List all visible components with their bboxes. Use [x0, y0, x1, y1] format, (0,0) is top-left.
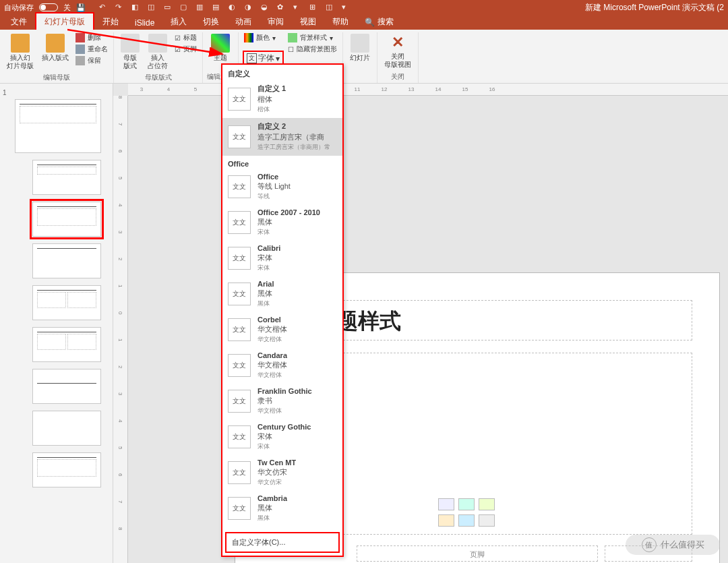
thumbnail-master[interactable]: [15, 99, 101, 153]
font-theme-item[interactable]: 文文Office等线 Light等线: [222, 169, 342, 205]
ribbon-group-close: ✕关闭 母版视图 关闭: [377, 32, 419, 83]
tab-search[interactable]: 🔍搜索: [357, 13, 402, 30]
smartart-icon[interactable]: [479, 498, 495, 510]
font-theme-item[interactable]: 文文自定义 2造字工房言宋（非商造字工房言宋（非商用）常: [222, 118, 342, 156]
font-major: 造字工房言宋（非商: [257, 132, 330, 142]
tab-transitions[interactable]: 切换: [195, 13, 227, 30]
rename-button[interactable]: 重命名: [74, 44, 109, 55]
qat-icon[interactable]: ▾: [293, 3, 303, 12]
close-icon: ✕: [392, 34, 404, 51]
picture-icon[interactable]: [438, 514, 454, 527]
tab-insert[interactable]: 插入: [162, 13, 195, 30]
qat-icon[interactable]: ◐: [229, 3, 238, 12]
qat-icon[interactable]: ▭: [164, 3, 173, 12]
font-theme-item[interactable]: 文文Tw Cen MT华文仿宋华文仿宋: [222, 455, 342, 491]
font-theme-item[interactable]: 文文Office 2007 - 2010黑体宋体: [222, 205, 342, 241]
save-icon[interactable]: 💾: [76, 3, 86, 12]
font-theme-item[interactable]: 文文自定义 1楷体楷体: [222, 80, 342, 118]
font-name: Office 2007 - 2010: [257, 208, 320, 216]
font-preview-icon: 文文: [228, 497, 251, 520]
table-icon[interactable]: [438, 498, 454, 510]
online-picture-icon[interactable]: [458, 514, 475, 527]
colors-button[interactable]: 颜色 ▾: [243, 32, 284, 43]
footer-checkbox[interactable]: ☑ 页脚: [173, 44, 198, 55]
font-theme-item[interactable]: 文文Corbel华文楷体华文楷体: [222, 312, 342, 348]
hide-background-checkbox[interactable]: ☐ 隐藏背景图形: [286, 44, 338, 55]
font-minor: 等线: [257, 192, 291, 201]
thumbnail-layout[interactable]: [32, 285, 101, 320]
undo-icon[interactable]: ↶: [99, 3, 109, 12]
font-theme-item[interactable]: 文文Candara华文楷体华文楷体: [222, 348, 342, 384]
thumbnail-layout[interactable]: [32, 369, 101, 404]
footer-placeholder[interactable]: 页脚: [357, 545, 598, 562]
title-checkbox[interactable]: ☑ 标题: [173, 32, 198, 43]
autosave-toggle[interactable]: [39, 3, 58, 11]
thumbnail-layout[interactable]: [32, 243, 101, 278]
font-theme-item[interactable]: 文文Calibri宋体宋体: [222, 241, 342, 276]
tab-view[interactable]: 视图: [292, 13, 324, 30]
font-minor: 华文楷体: [257, 371, 287, 380]
insert-layout-button[interactable]: 插入版式: [39, 32, 71, 63]
master-layout-button[interactable]: 母版 版式: [118, 32, 142, 71]
insert-placeholder-button[interactable]: 插入 占位符: [145, 32, 171, 71]
ribbon-group-edit-master: 插入幻 灯片母版 插入版式 删除 重命名 保留 编辑母版: [0, 32, 114, 83]
qat-icon[interactable]: ◑: [245, 3, 254, 12]
qat-icon[interactable]: ◫: [326, 3, 335, 12]
qat-icon[interactable]: ⊞: [309, 3, 319, 12]
tab-islide[interactable]: iSlide: [127, 16, 162, 30]
tab-help[interactable]: 帮助: [324, 13, 357, 30]
dropdown-section-office: Office: [222, 156, 342, 169]
font-minor: 黑体: [257, 299, 274, 308]
font-major: 宋体: [257, 432, 311, 442]
font-theme-item[interactable]: 文文Franklin Gothic隶书华文楷体: [222, 384, 342, 419]
search-icon: 🔍: [365, 18, 375, 27]
font-minor: 华文楷体: [257, 407, 312, 415]
tab-slide-master[interactable]: 幻灯片母版: [35, 12, 94, 30]
ruler-vertical: 87654321012345678: [113, 96, 128, 563]
thumbnail-layout[interactable]: [32, 452, 101, 487]
qat-icon[interactable]: ◧: [131, 3, 141, 12]
tab-animations[interactable]: 动画: [227, 13, 260, 30]
delete-button[interactable]: 删除: [74, 32, 109, 43]
content-icons[interactable]: [438, 498, 503, 527]
font-minor: 宋体: [257, 228, 320, 237]
customize-fonts-button[interactable]: 自定义字体(C)...: [225, 532, 340, 553]
qat-icon[interactable]: ◫: [148, 3, 157, 12]
slide-size-button[interactable]: 幻灯片: [347, 32, 373, 63]
background-styles-button[interactable]: 背景样式 ▾: [286, 32, 338, 43]
font-name: Cambria: [257, 494, 287, 502]
tab-home[interactable]: 开始: [94, 13, 127, 30]
font-name: Corbel: [257, 316, 287, 324]
watermark-text: 什么值得买: [661, 539, 704, 551]
thumbnail-layout-selected[interactable]: [32, 202, 101, 237]
thumbnail-layout[interactable]: [32, 160, 101, 195]
font-minor: 华文仿宋: [257, 478, 296, 487]
slide-thumbnails-panel[interactable]: 1: [0, 84, 113, 563]
insert-slide-master-button[interactable]: 插入幻 灯片母版: [4, 32, 36, 71]
font-theme-item[interactable]: 文文Garamond方正舒体方正舒体: [222, 527, 342, 529]
thumbnail-layout[interactable]: [32, 411, 101, 446]
font-theme-item[interactable]: 文文Cambria黑体黑体: [222, 491, 342, 527]
qat-icon[interactable]: ▤: [212, 3, 222, 12]
font-minor: 宋体: [257, 442, 311, 451]
font-theme-item[interactable]: 文文Century Gothic宋体宋体: [222, 419, 342, 455]
font-name: Arial: [257, 280, 274, 288]
tab-review[interactable]: 审阅: [260, 13, 292, 30]
font-minor: 宋体: [257, 264, 280, 272]
qat-icon[interactable]: ▢: [180, 3, 189, 12]
video-icon[interactable]: [479, 514, 495, 527]
qat-dropdown-icon[interactable]: ▾: [342, 3, 351, 12]
font-theme-item[interactable]: 文文Arial黑体黑体: [222, 276, 342, 312]
chart-icon[interactable]: [458, 498, 475, 510]
font-preview-icon: 文文: [228, 461, 251, 484]
themes-button[interactable]: 主题: [208, 32, 233, 63]
preserve-button[interactable]: 保留: [74, 55, 109, 66]
qat-icon[interactable]: ✿: [277, 3, 286, 12]
tab-file[interactable]: 文件: [3, 13, 35, 30]
close-master-view-button[interactable]: ✕关闭 母版视图: [382, 32, 414, 70]
qat-icon[interactable]: ◒: [261, 3, 270, 12]
watermark-icon: 值: [642, 537, 657, 552]
thumbnail-layout[interactable]: [32, 327, 101, 362]
qat-icon[interactable]: ▥: [196, 3, 206, 12]
redo-icon[interactable]: ↷: [115, 3, 125, 12]
